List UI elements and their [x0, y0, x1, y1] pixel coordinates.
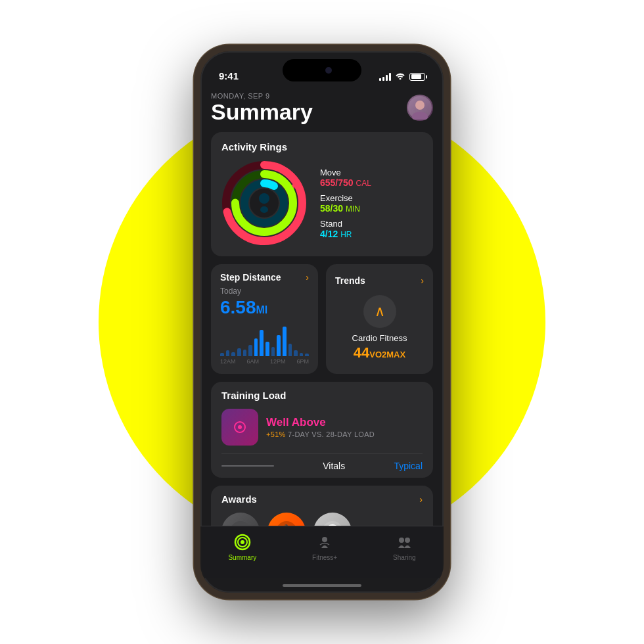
sharing-icon: [395, 533, 413, 551]
app-content: Monday, Sep 9 Summary Activity Rings: [200, 87, 444, 526]
bar-9: [265, 342, 269, 357]
phone-frame: 9:41 Monday, Sep 9 Summary: [194, 45, 450, 599]
step-value-row: 6.58MI: [220, 297, 309, 318]
home-bar: [283, 584, 361, 587]
signal-icon: [379, 73, 391, 81]
bar-11: [277, 335, 281, 357]
step-bar-chart: [220, 323, 309, 356]
bar-4: [237, 348, 241, 357]
summary-icon: [233, 533, 252, 551]
svg-point-11: [260, 206, 268, 213]
vitals-row[interactable]: Vitals Typical: [221, 453, 423, 478]
exercise-label: Exercise: [320, 193, 371, 203]
step-distance-unit: MI: [256, 304, 268, 315]
training-dot: [234, 421, 246, 433]
stand-stat: Stand 4/12 HR: [320, 219, 371, 239]
training-thumbnail: [221, 409, 258, 446]
bar-1: [220, 353, 224, 356]
awards-header: Awards ›: [221, 494, 423, 505]
vitals-status: Typical: [394, 461, 423, 471]
trends-title: Trends: [335, 275, 365, 286]
scroll-content: Activity Rings: [211, 132, 433, 526]
stand-label: Stand: [320, 219, 371, 229]
step-distance-title: Step Distance: [220, 272, 281, 283]
battery-icon: [409, 73, 425, 81]
bar-13: [288, 344, 292, 356]
move-stat: Move 655/750 CAL: [320, 168, 371, 188]
training-description: +51% 7-DAY VS. 28-DAY LOAD: [266, 430, 423, 438]
activity-content: Move 655/750 CAL Exercise 58/30 MIN: [221, 160, 423, 246]
trends-card[interactable]: Trends › ∧ Cardio Fitness 44VO2MAX: [326, 264, 433, 374]
stand-current: 4: [320, 229, 325, 239]
cardio-value: 44: [354, 344, 369, 361]
move-goal: 750: [338, 177, 353, 188]
step-distance-value: 6.58: [220, 297, 256, 317]
step-distance-chevron: ›: [306, 272, 309, 283]
tab-sharing[interactable]: Sharing: [393, 533, 415, 561]
training-status: Well Above: [266, 416, 423, 429]
trends-header: Trends ›: [335, 275, 424, 286]
trends-chevron: ›: [421, 275, 424, 286]
svg-point-10: [259, 193, 269, 204]
cardio-value-row: 44VO2MAX: [354, 344, 405, 361]
fitness-tab-label: Fitness+: [312, 554, 337, 561]
svg-point-12: [230, 521, 251, 526]
cardio-unit: VO2MAX: [369, 350, 405, 359]
status-time: 9:41: [219, 70, 239, 81]
avatar[interactable]: [407, 95, 433, 121]
training-load-card[interactable]: Training Load Well Above +51% 7-DAY VS. …: [211, 382, 433, 478]
activity-stats: Move 655/750 CAL Exercise 58/30 MIN: [320, 168, 371, 239]
rings-container: [221, 160, 307, 246]
cardio-fitness-label: Cardio Fitness: [352, 333, 407, 343]
stand-goal: 12: [328, 229, 338, 239]
bar-14: [294, 350, 298, 356]
svg-point-24: [241, 540, 244, 544]
award-badge-3: [313, 513, 352, 526]
stand-value: 4/12 HR: [320, 229, 371, 239]
awards-icons: 🏃: [221, 513, 423, 526]
header: Monday, Sep 9 Summary: [211, 87, 433, 132]
svg-point-26: [399, 538, 404, 543]
move-value: 655/750 CAL: [320, 177, 371, 188]
training-content: Well Above +51% 7-DAY VS. 28-DAY LOAD: [221, 409, 423, 453]
tab-fitness[interactable]: Fitness+: [312, 533, 337, 561]
summary-tab-label: Summary: [228, 554, 256, 561]
svg-point-27: [405, 538, 410, 543]
exercise-unit: MIN: [346, 204, 360, 214]
dynamic-island: [283, 59, 361, 81]
bar-2: [226, 350, 230, 356]
awards-card[interactable]: Awards › 🏃: [211, 486, 433, 526]
vitals-bar: [221, 465, 274, 467]
activity-rings-card[interactable]: Activity Rings: [211, 132, 433, 256]
vitals-label: Vitals: [323, 461, 345, 471]
award-badge-1: [221, 513, 260, 526]
header-text: Monday, Sep 9 Summary: [211, 92, 313, 124]
tab-bar: Summary Fitness+ Sharing: [200, 526, 444, 578]
bar-5: [243, 350, 247, 356]
step-distance-card[interactable]: Step Distance › Today 6.58MI: [211, 264, 318, 374]
two-col-row: Step Distance › Today 6.58MI: [211, 264, 433, 374]
step-today-label: Today: [220, 287, 309, 296]
step-distance-header: Step Distance ›: [220, 272, 309, 283]
exercise-value: 58/30 MIN: [320, 203, 371, 214]
training-load-title: Training Load: [221, 390, 423, 401]
training-info: Well Above +51% 7-DAY VS. 28-DAY LOAD: [266, 416, 423, 438]
trend-icon-circle: ∧: [363, 295, 396, 328]
exercise-current: 58: [320, 203, 331, 214]
training-percent: +51%: [266, 430, 286, 438]
tab-summary[interactable]: Summary: [228, 533, 256, 561]
awards-chevron: ›: [419, 494, 423, 505]
training-comparison: 7-DAY VS. 28-DAY LOAD: [288, 430, 375, 438]
bar-8: [260, 330, 264, 356]
activity-rings-title: Activity Rings: [221, 141, 423, 152]
bar-15: [300, 353, 304, 356]
bar-3: [231, 352, 235, 356]
move-current: 655: [320, 177, 335, 188]
home-indicator: [200, 578, 444, 593]
bar-16: [305, 354, 309, 356]
fitness-icon: [315, 533, 334, 551]
award-badge-2: 🏃: [267, 513, 306, 526]
move-unit: CAL: [356, 179, 371, 188]
trend-up-icon: ∧: [375, 304, 385, 319]
exercise-stat: Exercise 58/30 MIN: [320, 193, 371, 214]
